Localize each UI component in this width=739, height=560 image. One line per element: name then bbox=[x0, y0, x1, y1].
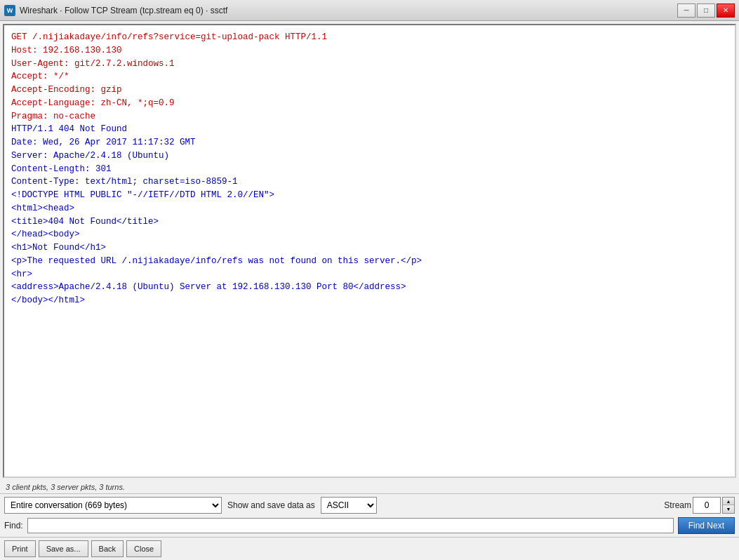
stream-content: GET /.nijiakadaye/info/refs?service=git-… bbox=[3, 24, 736, 478]
minimize-button[interactable]: ─ bbox=[677, 4, 695, 18]
stream-line: HTTP/1.1 404 Not Found bbox=[11, 123, 728, 136]
controls-row1: Entire conversation (669 bytes) Show and… bbox=[4, 497, 735, 514]
find-label: Find: bbox=[4, 521, 23, 531]
find-input[interactable] bbox=[27, 518, 674, 533]
data-format-dropdown[interactable]: ASCIIHexEBCDICHex DumpC ArraysRaw bbox=[321, 497, 377, 514]
stream-line: Pragma: no-cache bbox=[11, 110, 728, 124]
stream-line: </head><body> bbox=[11, 228, 728, 241]
stream-spinner: ▲ ▼ bbox=[722, 497, 735, 514]
status-bar: 3 client pkts, 3 server pkts, 3 turns. bbox=[0, 481, 739, 493]
stream-up-button[interactable]: ▲ bbox=[723, 498, 734, 505]
stream-line: Content-Type: text/html; charset=iso-885… bbox=[11, 175, 728, 189]
stream-line: <p>The requested URL /.nijiakadaye/info/… bbox=[11, 255, 728, 268]
titlebar-left: W Wireshark · Follow TCP Stream (tcp.str… bbox=[4, 5, 227, 16]
stream-line: <!DOCTYPE HTML PUBLIC "-//IETF//DTD HTML… bbox=[11, 189, 728, 202]
stream-line: <hr> bbox=[11, 268, 728, 281]
find-next-button[interactable]: Find Next bbox=[678, 517, 735, 534]
stream-line: GET /.nijiakadaye/info/refs?service=git-… bbox=[11, 31, 728, 44]
bottom-buttons: PrintSave as...BackClose bbox=[0, 537, 739, 560]
stream-line: User-Agent: git/2.7.2.windows.1 bbox=[11, 58, 728, 71]
stream-control: Stream ▲ ▼ bbox=[664, 497, 735, 514]
stream-line: Host: 192.168.130.130 bbox=[11, 44, 728, 58]
back-button[interactable]: Back bbox=[91, 540, 124, 557]
stream-down-button[interactable]: ▼ bbox=[723, 505, 734, 513]
stream-line: Accept-Language: zh-CN, *;q=0.9 bbox=[11, 97, 728, 110]
bottom-controls: Entire conversation (669 bytes) Show and… bbox=[0, 493, 739, 537]
close-button[interactable]: ✕ bbox=[717, 4, 735, 18]
show-save-label: Show and save data as bbox=[227, 500, 315, 510]
stream-label: Stream bbox=[664, 500, 691, 510]
print-button[interactable]: Print bbox=[4, 540, 36, 557]
window-title: Wireshark · Follow TCP Stream (tcp.strea… bbox=[20, 6, 227, 15]
stream-line: </body></html> bbox=[11, 294, 728, 307]
save-as...-button[interactable]: Save as... bbox=[39, 540, 88, 557]
stream-line: Server: Apache/2.4.18 (Ubuntu) bbox=[11, 149, 728, 163]
titlebar: W Wireshark · Follow TCP Stream (tcp.str… bbox=[0, 0, 739, 21]
status-text: 3 client pkts, 3 server pkts, 3 turns. bbox=[6, 483, 125, 491]
window-controls: ─ □ ✕ bbox=[677, 4, 735, 18]
conversation-dropdown[interactable]: Entire conversation (669 bytes) bbox=[4, 497, 222, 514]
stream-line: <title>404 Not Found</title> bbox=[11, 215, 728, 229]
stream-line: <html><head> bbox=[11, 202, 728, 215]
stream-line: Date: Wed, 26 Apr 2017 11:17:32 GMT bbox=[11, 136, 728, 149]
close-button[interactable]: Close bbox=[126, 540, 161, 557]
stream-line: <address>Apache/2.4.18 (Ubuntu) Server a… bbox=[11, 281, 728, 294]
stream-line: Accept: */* bbox=[11, 70, 728, 84]
app-icon: W bbox=[4, 5, 15, 16]
stream-line: Accept-Encoding: gzip bbox=[11, 84, 728, 97]
find-row: Find: Find Next bbox=[4, 517, 735, 534]
maximize-button[interactable]: □ bbox=[697, 4, 715, 18]
stream-input[interactable] bbox=[693, 497, 721, 514]
stream-line: <h1>Not Found</h1> bbox=[11, 241, 728, 255]
stream-line: Content-Length: 301 bbox=[11, 163, 728, 176]
